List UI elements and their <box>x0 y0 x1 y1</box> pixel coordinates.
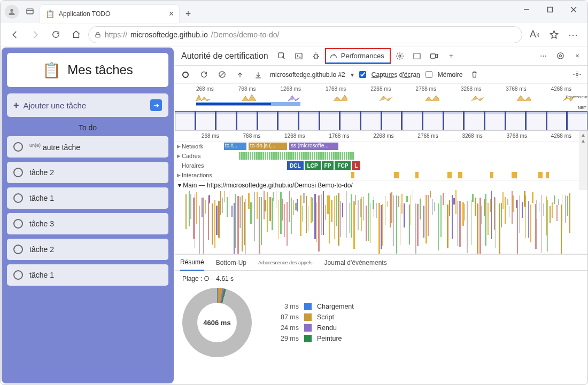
reload-record-button[interactable] <box>197 68 210 81</box>
window-maximize-button[interactable] <box>538 1 562 19</box>
filmstrip[interactable] <box>175 111 587 130</box>
chevron-right-icon[interactable]: ▶ <box>177 153 181 159</box>
clipboard-icon: 📋 <box>42 61 61 79</box>
swatch-icon <box>304 324 312 332</box>
home-button[interactable] <box>68 27 84 43</box>
chevron-down-icon[interactable]: ▾ <box>178 182 181 189</box>
overview-timeline[interactable]: 268 ms768 ms1268 ms1768 ms2268 ms2768 ms… <box>175 84 587 131</box>
read-aloud-icon[interactable]: A)) <box>527 27 543 43</box>
task-label: un(e) autre tâche <box>29 143 80 152</box>
refresh-button[interactable] <box>48 27 64 43</box>
task-item[interactable]: tâche 2 <box>7 162 168 183</box>
workspaces-icon[interactable] <box>23 5 37 19</box>
tab-summary[interactable]: Résumé <box>180 255 204 271</box>
tab-close-icon[interactable]: × <box>169 9 174 19</box>
task-label: tâche 1 <box>29 271 54 279</box>
track-frames[interactable]: ▶Cadres <box>175 151 587 161</box>
tab-performances[interactable]: Performances <box>325 48 391 64</box>
processor-label: Processeur <box>566 95 587 99</box>
track-main-label[interactable]: ▾ Main — https://microsoftedge.github.io… <box>175 180 587 190</box>
screenshots-label[interactable]: Captures d'écran <box>372 71 420 78</box>
forward-button <box>27 27 43 43</box>
window-minimize-button[interactable] <box>515 1 538 19</box>
task-label: tâche 2 <box>29 168 54 177</box>
profile-avatar[interactable] <box>5 5 19 19</box>
devtools-close-icon[interactable]: × <box>569 48 585 64</box>
net-label: NET <box>578 105 586 110</box>
devtools-settings-icon[interactable] <box>552 48 568 64</box>
radio-icon[interactable] <box>13 270 23 280</box>
task-label: tâche 1 <box>29 194 54 202</box>
bug-icon[interactable] <box>308 48 324 64</box>
perf-settings-icon[interactable] <box>570 68 583 81</box>
url-host: microsoftedge.github.io <box>130 30 208 39</box>
devtools-panel: Autorité de certification Performances +… <box>175 46 587 384</box>
plus-icon[interactable]: + <box>443 48 459 64</box>
memory-checkbox[interactable] <box>425 71 432 78</box>
back-button[interactable] <box>7 27 23 43</box>
lock-icon <box>94 31 102 38</box>
radio-icon[interactable] <box>13 245 23 254</box>
tab-favicon-icon: 📋 <box>45 10 55 18</box>
more-icon[interactable]: ⋯ <box>565 27 581 43</box>
browser-tab[interactable]: 📋 Application TODO × <box>40 5 179 23</box>
settings-icon[interactable] <box>392 48 408 64</box>
svg-rect-7 <box>96 34 100 37</box>
chevron-right-icon[interactable]: ▶ <box>177 172 181 178</box>
upload-icon[interactable] <box>234 68 246 81</box>
section-label: To do <box>7 123 168 132</box>
interaction-bars <box>223 172 577 178</box>
summary-donut-chart[interactable]: 4606 ms <box>182 288 252 357</box>
gc-icon[interactable] <box>468 68 481 81</box>
camera-icon[interactable] <box>426 48 442 64</box>
download-icon[interactable] <box>252 68 265 81</box>
timing-markers: DCL LCP FP FCP L <box>287 161 360 170</box>
task-item[interactable]: un(e) autre tâche <box>7 136 168 158</box>
svg-point-18 <box>576 74 578 76</box>
devtools-tabstrip: Autorité de certification Performances +… <box>175 46 587 66</box>
inspect-icon[interactable] <box>274 48 290 64</box>
net-resource[interactable]: ss (microsofte... <box>289 143 338 150</box>
svg-line-17 <box>220 73 224 77</box>
clear-button[interactable] <box>215 68 228 81</box>
svg-point-14 <box>559 55 561 57</box>
flame-chart[interactable]: document.write(Array.from({length:180},(… <box>175 190 587 254</box>
perf-toolbar: microsoftedge.github.io #2▾ Captures d'é… <box>175 66 587 84</box>
favorite-icon[interactable] <box>546 27 562 43</box>
task-item[interactable]: tâche 3 <box>7 213 168 234</box>
chevron-right-icon[interactable]: ▶ <box>177 144 181 149</box>
radio-icon[interactable] <box>13 168 23 177</box>
radio-icon[interactable] <box>13 142 23 152</box>
track-timings[interactable]: ▶Horaires DCL LCP FP FCP L <box>175 161 587 170</box>
task-item[interactable]: tâche 2 <box>7 239 168 260</box>
panel-icon[interactable] <box>409 48 425 64</box>
task-item[interactable]: tâche 1 <box>7 264 168 286</box>
swatch-icon <box>304 313 312 321</box>
target-label[interactable]: microsoftedge.github.io #2 <box>270 71 345 78</box>
add-task-input[interactable]: + Ajouter une tâche ➔ <box>7 93 168 117</box>
memory-label[interactable]: Mémoire <box>438 71 463 78</box>
more-tools-icon[interactable]: ⋯ <box>535 48 551 64</box>
svg-point-10 <box>314 54 318 58</box>
radio-icon[interactable] <box>13 193 23 203</box>
task-item[interactable]: tâche 1 <box>7 187 168 209</box>
task-list: un(e) autre tâche tâche 2 tâche 1 tâche … <box>7 136 168 286</box>
track-interactions[interactable]: ▶Interactions <box>175 170 587 180</box>
record-button[interactable] <box>179 68 192 81</box>
new-tab-button[interactable]: + <box>179 5 197 23</box>
tab-call-tree[interactable]: Arborescence des appels <box>258 255 313 271</box>
tab-bottom-up[interactable]: Bottom-Up <box>216 255 246 271</box>
frame-bars <box>239 152 577 160</box>
svg-rect-4 <box>548 7 553 12</box>
screenshots-checkbox[interactable] <box>359 71 366 78</box>
url-input[interactable]: https://microsoftedge.github.io/Demos/de… <box>88 26 522 43</box>
submit-task-button[interactable]: ➔ <box>150 99 162 111</box>
radio-icon[interactable] <box>13 219 23 229</box>
track-network[interactable]: ▶Network to-t... to-do.js (... ss (micro… <box>175 142 587 151</box>
tab-event-log[interactable]: Journal d'événements <box>324 255 387 271</box>
net-resource[interactable]: to-do.js (... <box>249 143 287 150</box>
swatch-icon <box>304 303 312 310</box>
window-close-button[interactable] <box>562 1 585 19</box>
console-icon[interactable] <box>291 48 307 64</box>
net-resource[interactable]: to-t... <box>224 143 246 150</box>
